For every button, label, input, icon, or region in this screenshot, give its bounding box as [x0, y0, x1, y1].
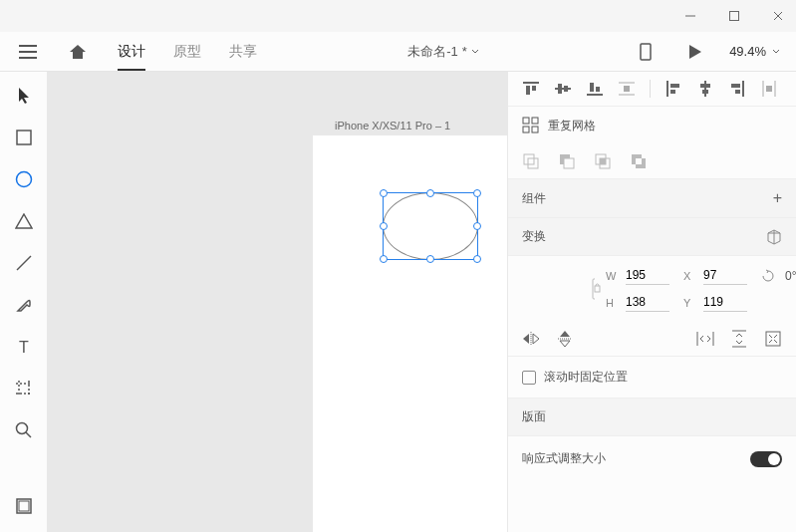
svg-line-10 — [17, 256, 31, 270]
repeat-grid-label: 重复网格 — [548, 118, 596, 134]
svg-rect-30 — [670, 90, 675, 94]
canvas-area[interactable]: iPhone X/XS/11 Pro – 1 — [48, 72, 507, 532]
align-right-icon[interactable] — [728, 80, 746, 98]
fix-scroll-row[interactable]: 滚动时固定位置 — [508, 357, 796, 399]
svg-rect-40 — [523, 118, 529, 124]
fit-h-icon[interactable] — [696, 330, 714, 348]
flip-v-icon[interactable] — [556, 330, 574, 348]
handle-sw[interactable] — [380, 255, 388, 263]
svg-rect-61 — [766, 332, 780, 346]
align-hcenter-icon[interactable] — [696, 80, 714, 98]
flip-h-icon[interactable] — [522, 330, 540, 348]
grid-icon — [522, 117, 540, 134]
maximize-button[interactable] — [724, 6, 744, 26]
svg-rect-8 — [17, 131, 31, 144]
distribute-v-icon[interactable] — [618, 80, 636, 98]
topbar: 设计 原型 共享 未命名-1* 49.4% — [0, 32, 796, 72]
zoom-tool[interactable] — [12, 418, 36, 442]
tab-design[interactable]: 设计 — [118, 33, 145, 71]
responsive-toggle[interactable] — [750, 451, 782, 467]
tab-prototype[interactable]: 原型 — [173, 33, 201, 71]
rotation-field[interactable]: 0° — [761, 269, 796, 283]
align-vcenter-icon[interactable] — [554, 80, 572, 98]
svg-rect-42 — [523, 127, 529, 133]
home-button[interactable] — [62, 36, 94, 68]
close-button[interactable] — [768, 6, 788, 26]
hamburger-menu[interactable] — [12, 36, 44, 68]
align-bottom-icon[interactable] — [586, 80, 604, 98]
flip-row — [508, 322, 796, 357]
handle-nw[interactable] — [380, 189, 388, 197]
x-field[interactable]: X — [683, 266, 747, 285]
svg-rect-24 — [596, 87, 600, 92]
exclude-icon[interactable] — [630, 152, 648, 170]
document-title[interactable]: 未命名-1* — [257, 43, 630, 61]
pen-tool[interactable] — [12, 293, 36, 317]
3d-icon[interactable] — [766, 229, 782, 245]
svg-text:T: T — [19, 339, 29, 355]
height-field[interactable]: H — [606, 293, 669, 312]
minimize-button[interactable] — [680, 6, 700, 26]
width-input[interactable] — [626, 266, 669, 285]
fit-all-icon[interactable] — [764, 330, 782, 348]
component-label: 组件 — [522, 190, 546, 207]
add-component-button[interactable]: + — [773, 189, 782, 207]
selection-box[interactable] — [383, 192, 478, 260]
titlebar — [0, 0, 796, 32]
intersect-icon[interactable] — [594, 152, 612, 170]
handle-w[interactable] — [380, 222, 388, 230]
fix-scroll-label: 滚动时固定位置 — [544, 369, 628, 386]
svg-rect-33 — [702, 90, 708, 94]
height-input[interactable] — [626, 293, 669, 312]
transform-header: 变换 — [508, 218, 796, 256]
svg-rect-15 — [19, 501, 29, 511]
svg-rect-39 — [766, 86, 772, 92]
svg-rect-41 — [532, 118, 538, 124]
x-input[interactable] — [703, 266, 747, 285]
chevron-down-icon — [471, 49, 479, 55]
align-left-icon[interactable] — [664, 80, 682, 98]
zoom-value: 49.4% — [729, 44, 766, 59]
handle-ne[interactable] — [473, 189, 481, 197]
ellipse-tool[interactable] — [12, 167, 36, 191]
handle-n[interactable] — [426, 189, 434, 197]
handle-e[interactable] — [473, 222, 481, 230]
fit-v-icon[interactable] — [730, 330, 748, 348]
svg-rect-35 — [731, 84, 740, 88]
align-top-icon[interactable] — [522, 80, 540, 98]
transform-grid: W X 0° H Y — [508, 256, 796, 322]
y-field[interactable]: Y — [683, 293, 747, 312]
svg-rect-18 — [532, 86, 536, 91]
artboard-label[interactable]: iPhone X/XS/11 Pro – 1 — [335, 120, 450, 132]
handle-s[interactable] — [426, 255, 434, 263]
tab-share[interactable]: 共享 — [229, 33, 257, 71]
device-preview-button[interactable] — [630, 36, 662, 68]
svg-rect-17 — [526, 86, 530, 95]
distribute-h-icon[interactable] — [760, 80, 778, 98]
transform-label: 变换 — [522, 228, 546, 245]
fix-scroll-checkbox[interactable] — [522, 371, 536, 385]
zoom-dropdown[interactable]: 49.4% — [729, 44, 780, 59]
play-button[interactable] — [679, 36, 711, 68]
svg-rect-1 — [730, 12, 739, 21]
text-tool[interactable]: T — [12, 335, 36, 359]
artboard-tool[interactable] — [12, 377, 36, 400]
subtract-icon[interactable] — [558, 152, 576, 170]
handle-se[interactable] — [473, 255, 481, 263]
select-tool[interactable] — [12, 84, 36, 108]
assets-button[interactable] — [12, 494, 36, 518]
lock-icon[interactable] — [592, 278, 602, 300]
svg-rect-27 — [624, 86, 630, 92]
y-input[interactable] — [703, 293, 747, 312]
rotate-icon — [761, 269, 775, 283]
align-row — [508, 72, 796, 107]
add-icon[interactable] — [522, 152, 540, 170]
rectangle-tool[interactable] — [12, 126, 36, 149]
svg-point-9 — [16, 172, 31, 187]
line-tool[interactable] — [12, 251, 36, 275]
repeat-grid-button[interactable]: 重复网格 — [508, 107, 796, 144]
responsive-label: 响应式调整大小 — [522, 450, 606, 467]
width-field[interactable]: W — [606, 266, 669, 285]
polygon-tool[interactable] — [12, 209, 36, 233]
svg-rect-50 — [600, 158, 606, 164]
